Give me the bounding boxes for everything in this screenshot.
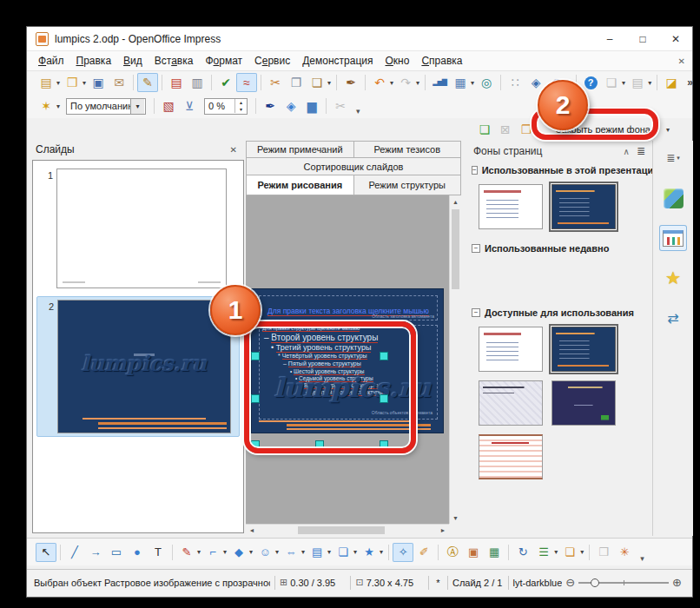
print-icon[interactable]: ▥ xyxy=(187,73,208,92)
undo-icon-dropdown[interactable]: ▾ xyxy=(390,79,393,87)
open-icon-dropdown[interactable]: ▾ xyxy=(83,79,86,87)
zoom-slider-thumb[interactable] xyxy=(591,578,599,587)
menu-формат[interactable]: Формат xyxy=(199,53,248,69)
paste-icon-dropdown[interactable]: ▾ xyxy=(327,79,331,87)
slide-2-row[interactable]: 2 lumpics.ru xyxy=(36,296,240,437)
basic-shapes-icon[interactable]: ◆ xyxy=(228,543,249,562)
ink-pen-icon[interactable]: ✒ xyxy=(260,96,281,116)
title-placeholder[interactable]: Для правки текста заголовка щелкните мыш… xyxy=(259,295,438,321)
panel-collapse-icon[interactable]: ∧ xyxy=(624,147,630,156)
grid-icon[interactable]: ∷ xyxy=(505,73,525,92)
new-slide-icon-dropdown[interactable]: ▾ xyxy=(622,79,625,87)
section-header-3[interactable]: −Доступные для использования xyxy=(466,304,652,320)
menu-файл[interactable]: Файл xyxy=(32,53,70,69)
object-size[interactable]: 7.30 x 4.75 xyxy=(367,578,424,588)
flowchart-icon-dropdown[interactable]: ▾ xyxy=(327,548,331,556)
tab-handout[interactable]: Режим тезисов xyxy=(354,141,462,158)
master-thumb-darkblue[interactable] xyxy=(551,327,616,372)
rectangle-icon[interactable]: ▭ xyxy=(106,543,127,562)
copy-icon[interactable]: ❐ xyxy=(286,73,307,92)
new-page-icon[interactable]: ❏ xyxy=(474,120,495,139)
scroll-left-icon[interactable]: ◄ xyxy=(246,527,258,533)
master-name[interactable]: lyt-darkblue xyxy=(512,578,562,588)
slide-1-thumbnail[interactable] xyxy=(56,169,227,288)
drawing-toolbar-overflow-icon[interactable]: ▾ xyxy=(640,554,644,565)
new-document-icon[interactable]: ▤ xyxy=(36,73,56,92)
menu-демонстрация[interactable]: Демонстрация xyxy=(296,53,379,69)
menu-вставка[interactable]: Вставка xyxy=(149,53,200,69)
menu-справка[interactable]: Справка xyxy=(415,53,468,69)
undo-icon[interactable]: ↶ xyxy=(369,73,390,92)
master-thumb-white-used[interactable] xyxy=(479,184,543,229)
slides-panel-close-icon[interactable]: ✕ xyxy=(227,145,241,155)
panel-menu-icon[interactable]: ≣ xyxy=(637,145,645,157)
minimize-button[interactable]: – xyxy=(593,27,626,51)
horizontal-scrollbar[interactable]: ◄ ► xyxy=(246,524,449,536)
slide-layout-icon-dropdown[interactable]: ▾ xyxy=(648,79,651,87)
page-background-icon[interactable]: ▧ xyxy=(158,96,179,116)
line-icon[interactable]: ╱ xyxy=(64,543,85,562)
fontwork-icon[interactable]: Ⓐ xyxy=(442,543,463,562)
chart-icon[interactable]: ▂▅▇ xyxy=(429,73,450,92)
zoom-out-icon[interactable]: ⊖ xyxy=(565,576,575,589)
open-icon[interactable]: ❒ xyxy=(62,73,83,92)
block-arrows-icon[interactable]: ⇔ xyxy=(281,543,301,562)
horizontal-scroll-thumb[interactable] xyxy=(298,526,385,534)
master-thumb-navy[interactable] xyxy=(551,380,616,426)
collapse-section-icon[interactable]: − xyxy=(472,308,480,317)
stars-icon-dropdown[interactable]: ▾ xyxy=(380,548,383,556)
section-header-2[interactable]: −Использованные недавно xyxy=(466,240,652,255)
properties-deck-icon[interactable] xyxy=(659,185,687,211)
new-document-icon-dropdown[interactable]: ▾ xyxy=(56,79,60,87)
from-file-icon[interactable]: ▣ xyxy=(463,543,484,562)
slide-indicator[interactable]: Слайд 2 / 1 xyxy=(452,578,504,588)
scroll-down-icon[interactable]: ▼ xyxy=(450,512,461,524)
help-icon[interactable]: ? xyxy=(580,73,601,92)
arrange-icon-dropdown[interactable]: ▾ xyxy=(580,548,584,556)
cursor-position[interactable]: 0.30 / 3.95 xyxy=(290,578,346,588)
master-thumb-white[interactable] xyxy=(479,327,543,372)
ellipse-icon[interactable]: ● xyxy=(127,543,148,562)
transparency-spinner-arrows[interactable]: ▴ ▾ xyxy=(234,99,247,113)
zoom-in-icon[interactable]: ⊕ xyxy=(672,576,682,589)
slide-2-thumbnail[interactable]: lumpics.ru xyxy=(57,300,231,433)
hyperlink-icon[interactable]: ◎ xyxy=(476,73,497,92)
transparency-glass-icon[interactable]: ⊻ xyxy=(179,96,200,116)
arrow-icon[interactable]: → xyxy=(85,543,106,562)
toolbar-overflow-icon[interactable]: » xyxy=(687,76,693,89)
transparency-spinner[interactable]: 0 %▴ ▾ xyxy=(204,98,248,115)
arrange-icon[interactable]: ❏ xyxy=(559,543,580,562)
basic-shapes-icon-dropdown[interactable]: ▾ xyxy=(249,548,253,556)
animation-deck-icon[interactable]: ★ xyxy=(659,265,687,291)
select-icon[interactable]: ↖ xyxy=(36,543,56,562)
glue-points-icon[interactable]: ✐ xyxy=(413,543,434,562)
style-select-combobox[interactable]: По умолчанию▾ xyxy=(66,98,146,115)
styles-wand-icon-dropdown[interactable]: ▾ xyxy=(56,102,60,110)
master-pages-deck-icon[interactable] xyxy=(659,225,687,251)
spellcheck-icon[interactable]: ✔ xyxy=(215,73,236,92)
collapse-section-icon[interactable]: − xyxy=(472,244,480,253)
save-icon[interactable]: ▣ xyxy=(88,73,109,92)
format-paintbrush-icon[interactable]: ✒ xyxy=(340,73,361,92)
stars-icon[interactable]: ★ xyxy=(359,543,380,562)
table-icon-dropdown[interactable]: ▾ xyxy=(471,79,474,87)
transition-deck-icon[interactable]: ⇄ xyxy=(659,305,687,331)
text-icon[interactable]: T xyxy=(148,543,168,562)
export-pdf-icon[interactable]: ▤ xyxy=(166,73,187,92)
collapse-section-icon[interactable]: − xyxy=(472,166,478,175)
alignment-icon[interactable]: ☰ xyxy=(533,543,554,562)
master-thumb-redstripe[interactable] xyxy=(479,434,543,479)
table-icon[interactable]: ▦ xyxy=(450,73,471,92)
vertical-scroll-thumb[interactable] xyxy=(452,209,459,289)
redo-icon-dropdown[interactable]: ▾ xyxy=(416,79,419,87)
tab-outline[interactable]: Режим структуры xyxy=(354,175,462,195)
menu-правка[interactable]: Правка xyxy=(70,53,118,69)
sidebar-menu-icon[interactable]: ≣ xyxy=(659,145,687,171)
fill-bucket-icon[interactable]: ◈ xyxy=(281,96,301,116)
shadow-icon[interactable]: ▆ xyxy=(301,96,322,116)
presentation-toolbar-overflow-icon[interactable]: ▾ xyxy=(356,107,360,118)
background-toolbar-overflow-icon[interactable]: ▾ xyxy=(666,126,670,134)
vertical-scrollbar[interactable]: ▲ ▼ xyxy=(449,195,461,524)
master-thumb-darkblue-used[interactable] xyxy=(551,184,616,229)
edit-points-icon[interactable]: ✧ xyxy=(393,543,413,562)
